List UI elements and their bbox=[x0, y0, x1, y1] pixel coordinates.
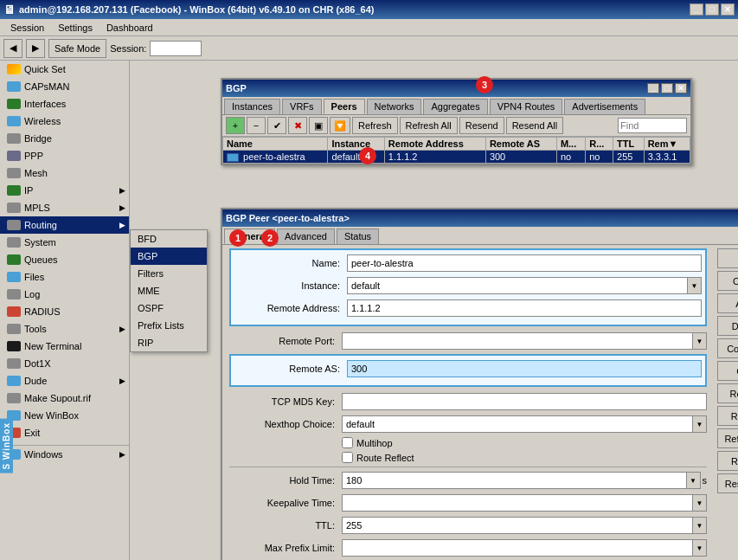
col-remote-as[interactable]: Remote AS bbox=[485, 138, 556, 151]
sidebar-item-files[interactable]: Files bbox=[0, 268, 129, 286]
refresh-all-btn[interactable]: Refresh All bbox=[400, 117, 458, 134]
comment-btn[interactable]: Comment bbox=[717, 338, 738, 358]
ok-btn[interactable]: OK bbox=[717, 248, 738, 268]
sidebar-item-caps[interactable]: CAPsMAN bbox=[0, 78, 129, 95]
sidebar-item-ip[interactable]: IP ▶ bbox=[0, 182, 129, 199]
sidebar-item-radius[interactable]: RADIUS bbox=[0, 303, 129, 320]
apply-btn[interactable]: Apply bbox=[717, 293, 738, 313]
sidebar-item-queues[interactable]: Queues bbox=[0, 251, 129, 268]
menu-session[interactable]: Session bbox=[3, 21, 51, 35]
sidebar-item-dude[interactable]: Dude ▶ bbox=[0, 372, 129, 389]
remote-as-input[interactable] bbox=[347, 360, 702, 377]
route-reflect-checkbox[interactable] bbox=[342, 452, 353, 463]
add-peer-btn[interactable]: + bbox=[226, 117, 245, 134]
disable-btn[interactable]: Disable bbox=[717, 316, 738, 336]
resend-all-peer-btn[interactable]: Resend All bbox=[717, 473, 738, 493]
refresh-btn[interactable]: Refresh bbox=[352, 117, 398, 134]
submenu-mme[interactable]: MME bbox=[131, 282, 207, 299]
ttl-dropdown-btn[interactable]: ▼ bbox=[693, 517, 707, 534]
tab-advertisements[interactable]: Advertisements bbox=[564, 99, 645, 114]
resend-all-btn[interactable]: Resend All bbox=[506, 117, 564, 134]
table-row[interactable]: peer-to-alestra default 1.1.1.2 300 no n… bbox=[223, 151, 690, 164]
remote-address-input[interactable] bbox=[347, 299, 702, 317]
col-m[interactable]: M... bbox=[556, 138, 585, 151]
safemode-btn[interactable]: Safe Mode bbox=[48, 39, 106, 58]
tab-vrfs[interactable]: VRFs bbox=[282, 99, 322, 114]
submenu-bfd[interactable]: BFD bbox=[131, 230, 207, 248]
nexthop-input[interactable] bbox=[342, 415, 693, 433]
minimize-btn[interactable]: _ bbox=[690, 3, 703, 16]
col-ttl[interactable]: TTL bbox=[613, 138, 645, 151]
sidebar-item-mpls[interactable]: MPLS ▶ bbox=[0, 199, 129, 216]
cross-peer-btn[interactable]: ✖ bbox=[288, 117, 307, 134]
menu-dashboard[interactable]: Dashboard bbox=[99, 21, 160, 35]
max-prefix-dropdown-btn[interactable]: ▼ bbox=[693, 539, 707, 557]
keepalive-input[interactable] bbox=[342, 494, 693, 512]
copy-peer-btn[interactable]: ▣ bbox=[309, 117, 328, 134]
refresh-peer-btn[interactable]: Refresh bbox=[717, 406, 738, 426]
submenu-bgp[interactable]: BGP bbox=[131, 248, 207, 265]
submenu-prefix-lists[interactable]: Prefix Lists bbox=[131, 317, 207, 334]
session-input[interactable] bbox=[150, 41, 202, 56]
sidebar-item-bridge[interactable]: Bridge bbox=[0, 130, 129, 147]
multihop-checkbox[interactable] bbox=[342, 437, 353, 448]
bgp-minimize-btn[interactable]: _ bbox=[647, 83, 659, 93]
bgp-close-btn[interactable]: ✕ bbox=[675, 83, 687, 93]
sidebar-item-makesu[interactable]: Make Supout.rif bbox=[0, 389, 129, 407]
submenu-rip[interactable]: RIP bbox=[131, 334, 207, 351]
sidebar-item-newterminal[interactable]: New Terminal bbox=[0, 338, 129, 355]
max-prefix-input[interactable] bbox=[342, 539, 693, 557]
maximize-btn[interactable]: □ bbox=[705, 3, 719, 16]
tab-instances[interactable]: Instances bbox=[224, 99, 280, 114]
tab-networks[interactable]: Networks bbox=[367, 99, 422, 114]
remove-btn[interactable]: Remove bbox=[717, 383, 738, 403]
sidebar-item-mesh[interactable]: Mesh bbox=[0, 164, 129, 182]
filter-peer-btn[interactable]: 🔽 bbox=[330, 117, 350, 134]
sidebar-item-windows[interactable]: Windows ▶ bbox=[0, 446, 129, 463]
cancel-btn[interactable]: Cancel bbox=[717, 271, 738, 291]
tab-aggregates[interactable]: Aggregates bbox=[423, 99, 487, 114]
sidebar-item-tools[interactable]: Tools ▶ bbox=[0, 320, 129, 338]
sidebar-item-system[interactable]: System bbox=[0, 234, 129, 251]
refresh-all-peer-btn[interactable]: Refresh All bbox=[717, 428, 738, 448]
sidebar-item-dot1x[interactable]: Dot1X bbox=[0, 355, 129, 372]
tab-vpn4routes[interactable]: VPN4 Routes bbox=[490, 99, 563, 114]
col-rem[interactable]: Rem▼ bbox=[644, 138, 690, 151]
resend-btn[interactable]: Resend bbox=[459, 117, 504, 134]
keepalive-dropdown-btn[interactable]: ▼ bbox=[693, 494, 707, 512]
menu-settings[interactable]: Settings bbox=[51, 21, 99, 35]
tab-advanced[interactable]: Advanced bbox=[277, 229, 335, 244]
remote-port-dropdown-btn[interactable]: ▼ bbox=[693, 332, 707, 350]
submenu-filters[interactable]: Filters bbox=[131, 265, 207, 282]
sidebar-item-ppp[interactable]: PPP bbox=[0, 147, 129, 164]
remote-port-input[interactable] bbox=[342, 332, 693, 350]
tab-peers[interactable]: Peers bbox=[324, 99, 365, 114]
sidebar-item-newwb[interactable]: New WinBox bbox=[0, 407, 129, 424]
sidebar-item-wireless[interactable]: Wireless bbox=[0, 113, 129, 130]
col-name[interactable]: Name bbox=[223, 138, 328, 151]
hold-time-dropdown-btn[interactable]: ▼ bbox=[687, 472, 701, 489]
instance-input[interactable] bbox=[347, 277, 688, 294]
tab-status[interactable]: Status bbox=[337, 229, 379, 244]
check-peer-btn[interactable]: ✔ bbox=[267, 117, 286, 134]
col-instance[interactable]: Instance bbox=[328, 138, 384, 151]
sidebar-item-quickset[interactable]: Quick Set bbox=[0, 61, 129, 78]
nexthop-dropdown-btn[interactable]: ▼ bbox=[693, 415, 707, 433]
tcp-md5-input[interactable] bbox=[342, 393, 707, 410]
forward-btn[interactable]: ▶ bbox=[26, 39, 45, 58]
sidebar-item-routing[interactable]: Routing ▶ bbox=[0, 216, 129, 234]
instance-dropdown-btn[interactable]: ▼ bbox=[688, 277, 702, 294]
name-input[interactable] bbox=[347, 254, 702, 272]
hold-time-input[interactable] bbox=[342, 472, 687, 489]
back-btn[interactable]: ◀ bbox=[3, 39, 22, 58]
resend-peer-btn[interactable]: Resend bbox=[717, 451, 738, 471]
sidebar-item-exit[interactable]: Exit bbox=[0, 424, 129, 441]
col-remote-address[interactable]: Remote Address bbox=[384, 138, 485, 151]
copy-btn[interactable]: Copy bbox=[717, 361, 738, 381]
ttl-input[interactable] bbox=[342, 517, 693, 534]
find-input[interactable] bbox=[618, 118, 687, 133]
submenu-ospf[interactable]: OSPF bbox=[131, 299, 207, 317]
close-btn[interactable]: ✕ bbox=[721, 3, 735, 16]
sidebar-item-log[interactable]: Log bbox=[0, 286, 129, 303]
bgp-maximize-btn[interactable]: □ bbox=[661, 83, 673, 93]
